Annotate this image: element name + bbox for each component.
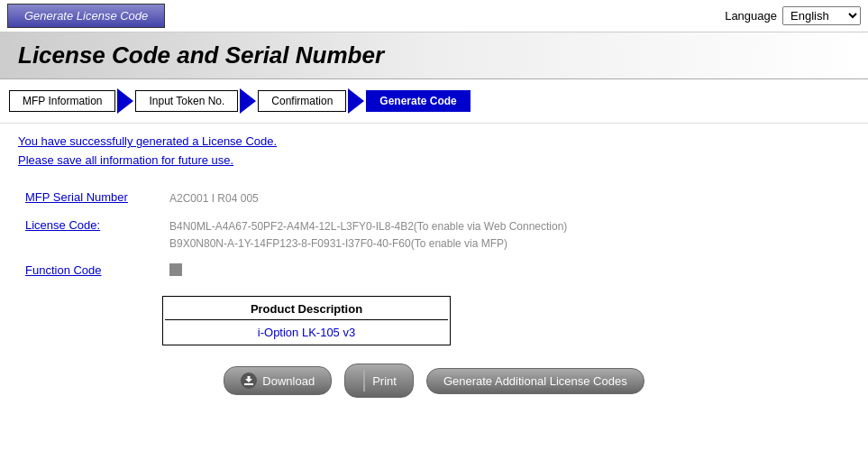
download-icon	[241, 373, 257, 389]
function-code-row: Function Code	[18, 258, 850, 287]
product-description-table: Product Description i-Option LK-105 v3	[162, 296, 451, 345]
download-button[interactable]: Download	[224, 366, 332, 395]
success-line1: You have successfully generated a Licens…	[18, 133, 850, 152]
function-code-value	[162, 258, 850, 287]
steps-bar: MFP Information Input Token No. Confirma…	[0, 79, 868, 124]
serial-number-row: MFP Serial Number A2C001 I R04 005	[18, 185, 850, 213]
button-bar: Download Print Generate Additional Licen…	[18, 364, 850, 416]
serial-number-value: A2C001 I R04 005	[162, 185, 850, 213]
arrow-icon-1	[117, 88, 133, 114]
generate-additional-label: Generate Additional License Codes	[443, 374, 627, 388]
function-code-label[interactable]: Function Code	[18, 258, 162, 287]
step-mfp-information: MFP Information	[9, 90, 115, 112]
arrow-icon-3	[348, 88, 364, 114]
arrow-icon-2	[240, 88, 256, 114]
license-code-line1: B4N0ML-A4A67-50PF2-A4M4-12L-L3FY0-IL8-4B…	[169, 218, 843, 235]
license-code-value: B4N0ML-A4A67-50PF2-A4M4-12L-L3FY0-IL8-4B…	[162, 213, 850, 258]
step-input-token: Input Token No.	[135, 90, 238, 112]
license-code-line2: B9X0N80N-A-1Y-14FP123-8-F0931-I37F0-40-F…	[169, 235, 843, 253]
generate-additional-button[interactable]: Generate Additional License Codes	[426, 368, 644, 394]
step-confirmation: Confirmation	[258, 90, 346, 112]
generate-license-button[interactable]: Generate License Code	[7, 4, 165, 28]
title-banner: License Code and Serial Number	[0, 32, 868, 79]
step-generate-code: Generate Code	[366, 90, 470, 112]
function-code-icon	[169, 263, 182, 276]
info-table: MFP Serial Number A2C001 I R04 005 Licen…	[18, 185, 850, 288]
success-line2: Please save all information for future u…	[18, 152, 850, 170]
language-label: Language	[725, 9, 777, 23]
download-label: Download	[262, 374, 315, 388]
top-bar: Generate License Code Language English J…	[0, 0, 868, 32]
product-description-header: Product Description	[165, 299, 448, 320]
product-description-value: i-Option LK-105 v3	[165, 322, 448, 343]
print-button[interactable]: Print	[344, 364, 414, 398]
language-area: Language English Japanese French German …	[725, 6, 861, 25]
print-divider-icon	[363, 370, 365, 391]
svg-rect-0	[244, 383, 253, 385]
success-message[interactable]: You have successfully generated a Licens…	[18, 133, 850, 170]
language-select[interactable]: English Japanese French German Spanish	[782, 6, 861, 25]
license-code-label[interactable]: License Code:	[18, 213, 162, 258]
print-label: Print	[372, 374, 397, 388]
serial-number-label[interactable]: MFP Serial Number	[18, 185, 162, 213]
page-title: License Code and Serial Number	[18, 41, 850, 69]
main-content: You have successfully generated a Licens…	[0, 124, 868, 425]
license-code-row: License Code: B4N0ML-A4A67-50PF2-A4M4-12…	[18, 213, 850, 258]
